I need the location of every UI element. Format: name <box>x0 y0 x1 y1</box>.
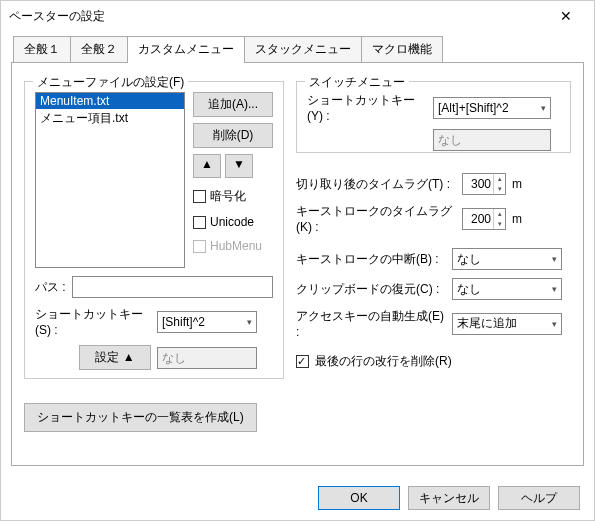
hubmenu-label: HubMenu <box>210 239 262 253</box>
hubmenu-checkbox <box>193 240 206 253</box>
menu-file-group: メニューファイルの設定(F) MenuItem.txt メニュー項目.txt 追… <box>24 81 284 379</box>
key-lag-label: キーストロークのタイムラグ(K) : <box>296 203 456 234</box>
help-button[interactable]: ヘルプ <box>498 486 580 510</box>
delete-button[interactable]: 削除(D) <box>193 123 273 148</box>
spinner-up-icon[interactable]: ▴ <box>494 174 505 184</box>
path-label: パス : <box>35 279 66 296</box>
switch-menu-group-label: スイッチメニュー <box>305 74 409 91</box>
tab-stack-menu[interactable]: スタックメニュー <box>244 36 362 63</box>
settings-value: なし <box>157 347 257 369</box>
unicode-checkbox[interactable] <box>193 216 206 229</box>
ok-button[interactable]: OK <box>318 486 400 510</box>
switch-shortcut-select[interactable]: [Alt]+[Shift]^2▾ <box>433 97 551 119</box>
shortcut-select[interactable]: [Shift]^2▾ <box>157 311 257 333</box>
chevron-down-icon: ▾ <box>541 103 546 113</box>
tab-general1[interactable]: 全般１ <box>13 36 71 63</box>
accesskey-select[interactable]: 末尾に追加▾ <box>452 313 562 335</box>
delete-last-newline-checkbox[interactable] <box>296 355 309 368</box>
spinner-down-icon[interactable]: ▾ <box>494 184 505 194</box>
interrupt-label: キーストロークの中断(B) : <box>296 251 446 268</box>
move-up-button[interactable]: ▲ <box>193 154 221 178</box>
move-down-button[interactable]: ▼ <box>225 154 253 178</box>
encrypt-checkbox[interactable] <box>193 190 206 203</box>
switch-shortcut-label: ショートカットキー(Y) : <box>307 92 427 123</box>
unicode-label: Unicode <box>210 215 254 229</box>
chevron-down-icon: ▾ <box>247 317 252 327</box>
add-button[interactable]: 追加(A)... <box>193 92 273 117</box>
tab-macro[interactable]: マクロ機能 <box>361 36 443 63</box>
delete-last-newline-label: 最後の行の改行を削除(R) <box>315 353 452 370</box>
switch-shortcut-value: なし <box>433 129 551 151</box>
create-shortcut-list-button[interactable]: ショートカットキーの一覧表を作成(L) <box>24 403 257 432</box>
encrypt-label: 暗号化 <box>210 188 246 205</box>
tab-bar: 全般１ 全般２ カスタムメニュー スタックメニュー マクロ機能 <box>13 35 588 62</box>
restore-label: クリップボードの復元(C) : <box>296 281 446 298</box>
window-title: ペースターの設定 <box>9 8 546 25</box>
list-item[interactable]: MenuItem.txt <box>36 93 184 109</box>
settings-button[interactable]: 設定 ▲ <box>79 345 151 370</box>
chevron-down-icon: ▾ <box>552 284 557 294</box>
interrupt-select[interactable]: なし▾ <box>452 248 562 270</box>
chevron-down-icon: ▾ <box>552 319 557 329</box>
spinner-up-icon[interactable]: ▴ <box>494 209 505 219</box>
restore-select[interactable]: なし▾ <box>452 278 562 300</box>
switch-menu-group: スイッチメニュー ショートカットキー(Y) : [Alt]+[Shift]^2▾… <box>296 81 571 153</box>
file-list[interactable]: MenuItem.txt メニュー項目.txt <box>35 92 185 268</box>
close-icon[interactable]: ✕ <box>546 1 586 31</box>
tab-general2[interactable]: 全般２ <box>70 36 128 63</box>
spinner-down-icon[interactable]: ▾ <box>494 219 505 229</box>
menu-file-group-label: メニューファイルの設定(F) <box>33 74 188 91</box>
cut-lag-input[interactable]: ▴▾ <box>462 173 506 195</box>
tab-custom-menu[interactable]: カスタムメニュー <box>127 36 245 63</box>
list-item[interactable]: メニュー項目.txt <box>36 109 184 128</box>
shortcut-label: ショートカットキー(S) : <box>35 306 151 337</box>
chevron-down-icon: ▾ <box>552 254 557 264</box>
key-lag-input[interactable]: ▴▾ <box>462 208 506 230</box>
cancel-button[interactable]: キャンセル <box>408 486 490 510</box>
accesskey-label: アクセスキーの自動生成(E) : <box>296 308 446 339</box>
unit-label: m <box>512 177 522 191</box>
unit-label: m <box>512 212 522 226</box>
cut-lag-label: 切り取り後のタイムラグ(T) : <box>296 176 456 193</box>
path-input[interactable] <box>72 276 273 298</box>
